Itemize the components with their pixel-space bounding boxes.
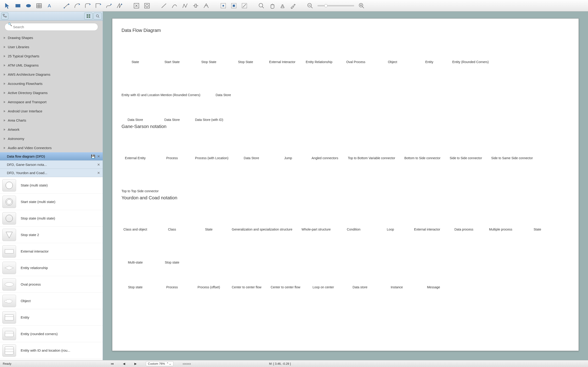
- canvas-shape[interactable]: Multi-state: [121, 238, 149, 264]
- canvas-shape[interactable]: Message: [420, 270, 447, 289]
- canvas-area[interactable]: Data Flow DiagramStateStart StateStop St…: [103, 11, 588, 360]
- table-button[interactable]: [34, 1, 44, 10]
- tree-item[interactable]: Active Directory Diagrams: [0, 88, 103, 97]
- tree-item[interactable]: AWS Architecture Diagrams: [0, 70, 103, 79]
- open-library-tab[interactable]: DFD, Gane-Sarson nota...✕: [0, 161, 103, 169]
- canvas-shape[interactable]: Object: [379, 38, 406, 64]
- tree-item[interactable]: 25 Typical Orgcharts: [0, 51, 103, 60]
- canvas-shape[interactable]: State: [524, 205, 551, 231]
- close-icon[interactable]: ✕: [96, 171, 101, 175]
- page-nav-first[interactable]: ⏮: [111, 362, 114, 365]
- line-h-button[interactable]: [191, 1, 201, 10]
- canvas-shape[interactable]: Center to center flow: [232, 270, 261, 289]
- canvas-shape[interactable]: IDTextLocationEntity with ID and Locatio…: [121, 71, 200, 97]
- close-icon[interactable]: ✕: [96, 154, 101, 159]
- drawing-page[interactable]: Data Flow DiagramStateStart StateStop St…: [112, 18, 579, 351]
- close-icon[interactable]: ✕: [96, 162, 101, 167]
- ellipse-button[interactable]: [23, 1, 34, 10]
- canvas-shape[interactable]: IDData Store (with ID): [195, 102, 223, 122]
- snap-a-button[interactable]: [218, 1, 228, 10]
- canvas-shape[interactable]: ProcessData process: [450, 205, 478, 231]
- connector-smart-button[interactable]: [93, 1, 103, 10]
- library-tree-icon[interactable]: [1, 13, 8, 19]
- tree-item[interactable]: Aerospace and Transport: [0, 97, 103, 106]
- open-library-tab[interactable]: DFD, Yourdon and Coad...✕: [0, 169, 103, 177]
- canvas-shape[interactable]: idData Store: [238, 134, 265, 160]
- line-poly-button[interactable]: [180, 1, 190, 10]
- palette-shape-start-state-multi[interactable]: Start state (multi state): [0, 194, 103, 210]
- canvas-shape[interactable]: Side to Same Side connector: [491, 134, 533, 160]
- canvas-shape[interactable]: Loop: [377, 205, 404, 231]
- canvas-shape[interactable]: Data store: [346, 270, 374, 289]
- canvas-shape[interactable]: EntityEntity (Rounded Corners): [452, 38, 489, 64]
- canvas-shape[interactable]: idlocationProcess (with Location): [195, 134, 229, 160]
- zoom-in-button[interactable]: [356, 1, 367, 10]
- line-straight-button[interactable]: [159, 1, 169, 10]
- connector-round-button[interactable]: [83, 1, 93, 10]
- zoom-out-button[interactable]: [305, 1, 315, 10]
- open-library-tab[interactable]: Data flow diagram (DFD)💾✕: [0, 152, 103, 161]
- eyedropper-tool-button[interactable]: [288, 1, 298, 10]
- canvas-shape[interactable]: Angled connectors: [311, 134, 339, 160]
- stamp-tool-button[interactable]: [277, 1, 288, 10]
- canvas-shape[interactable]: 1,m1Whole-part structure: [302, 205, 331, 231]
- canvas-shape[interactable]: Entity Relationship: [305, 38, 333, 64]
- stepper-icon[interactable]: ⌃⌄: [166, 362, 171, 365]
- connector-spline-button[interactable]: [114, 1, 124, 10]
- zoom-slider[interactable]: [317, 5, 354, 6]
- canvas-shape[interactable]: EntityEntity: [415, 38, 443, 64]
- snap-b-button[interactable]: [229, 1, 239, 10]
- canvas-shape[interactable]: Data Store: [158, 102, 186, 122]
- tree-item[interactable]: ATM UML Diagrams: [0, 60, 103, 70]
- tree-item[interactable]: Audio and Video Connectors: [0, 143, 103, 152]
- line-curve-button[interactable]: [170, 1, 180, 10]
- rectangle-button[interactable]: [13, 1, 23, 10]
- canvas-shape[interactable]: ClassAttributeServiceClass: [158, 205, 186, 231]
- canvas-shape[interactable]: StateState: [195, 205, 223, 231]
- grid-view-button[interactable]: [84, 13, 93, 19]
- palette-shape-entity-id-loc[interactable]: Entity with ID and location (rou...: [0, 342, 103, 359]
- palette-shape-state-multi[interactable]: State (multi state): [0, 177, 103, 194]
- canvas-shape[interactable]: External Interactor: [268, 38, 296, 64]
- page-nav-prev[interactable]: ◀: [123, 362, 125, 365]
- canvas-shape[interactable]: Side to Side connector: [450, 134, 482, 160]
- canvas-shape[interactable]: ProcessnameProcess (offset): [195, 270, 223, 289]
- canvas-shape[interactable]: State: [121, 38, 149, 64]
- save-icon[interactable]: 💾: [91, 154, 95, 159]
- hand-tool-button[interactable]: [267, 1, 277, 10]
- tool-b-button[interactable]: [142, 1, 152, 10]
- canvas-shape[interactable]: Class-&-ObjectAttributesServicesClass an…: [121, 205, 149, 231]
- canvas-shape[interactable]: Stop State: [195, 38, 223, 64]
- canvas-shape[interactable]: Center to center flow: [271, 270, 300, 289]
- canvas-shape[interactable]: Top to Top Side connector: [121, 167, 159, 193]
- tree-item[interactable]: Android User Interface: [0, 106, 103, 116]
- canvas-shape[interactable]: Stop state: [121, 270, 149, 289]
- text-button[interactable]: A: [44, 1, 55, 10]
- snap-c-button[interactable]: [239, 1, 250, 10]
- palette-shape-entity[interactable]: Entity: [0, 309, 103, 326]
- palette-shape-entity-relationship[interactable]: Entity relationship: [0, 260, 103, 276]
- canvas-shape[interactable]: Generalization and specialization struct…: [232, 205, 292, 231]
- search-input[interactable]: [5, 23, 98, 31]
- connector-arc-button[interactable]: [72, 1, 82, 10]
- tree-item[interactable]: User Libraries: [0, 42, 103, 51]
- page-nav-next[interactable]: ▶: [134, 362, 137, 365]
- canvas-shape[interactable]: Start State: [158, 38, 186, 64]
- canvas-shape[interactable]: Data Store: [121, 102, 149, 122]
- palette-shape-object[interactable]: Object: [0, 293, 103, 309]
- connector-direct-button[interactable]: [61, 1, 72, 10]
- canvas-shape[interactable]: Stop state: [158, 238, 186, 264]
- tool-a-button[interactable]: [131, 1, 141, 10]
- canvas-shape[interactable]: Bottom to Side connector: [404, 134, 440, 160]
- connector-bezier-button[interactable]: [104, 1, 114, 10]
- palette-shape-entity-rounded[interactable]: Entity (rounded corners): [0, 326, 103, 342]
- canvas-shape[interactable]: External interactor: [414, 205, 441, 231]
- palette-shape-stop-state-2[interactable]: Stop state 2: [0, 227, 103, 243]
- view-mode-buttons[interactable]: ▭▭▭: [183, 362, 191, 365]
- canvas-shape[interactable]: Jump: [275, 134, 302, 160]
- tree-item[interactable]: Artwork: [0, 125, 103, 134]
- canvas-shape[interactable]: Oval Process: [342, 38, 370, 64]
- canvas-shape[interactable]: Process nameProcess: [158, 270, 186, 289]
- canvas-shape[interactable]: Stop State: [232, 38, 259, 64]
- search-view-button[interactable]: [94, 13, 102, 19]
